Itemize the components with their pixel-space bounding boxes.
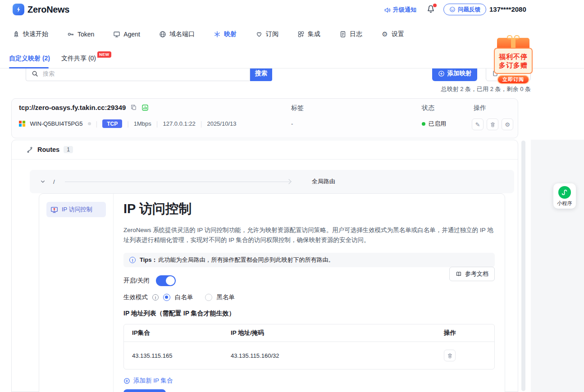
routes-header: Routes 1 [12, 140, 518, 160]
smiley-icon [449, 6, 456, 13]
routes-title: Routes [37, 146, 59, 153]
agent-name: WIN-Q5BUI4T5PG5 [30, 120, 83, 127]
menu-item-ip-access-control[interactable]: IP 访问控制 [46, 202, 106, 217]
notifications-bell-button[interactable] [426, 5, 436, 14]
tips-banner: ! Tips：此功能为全局路由，所有操作配置都会同步到此映射下的所有路由。 [123, 253, 495, 267]
nav-item-mapping[interactable]: 映射 [214, 30, 237, 38]
mapping-actions: ✎ ⚙ [472, 119, 513, 130]
gear-icon: ⚙ [505, 121, 510, 128]
nav-label: Token [78, 31, 94, 38]
status-value: 已启用 [422, 120, 446, 128]
ip-access-toggle[interactable] [156, 275, 176, 286]
panel-description: ZeroNews 系统提供灵活的 IP 访问控制功能，允许为映射资源配置访问策略… [123, 225, 495, 245]
subscribe-now-button[interactable]: 立即订阅 [497, 75, 529, 84]
nav-label: 映射 [224, 30, 237, 38]
nav-item-integration[interactable]: 集成 [297, 30, 320, 38]
gift-bow-icon [507, 35, 512, 39]
tab-file-share-label: 文件共享 (0) [61, 55, 96, 63]
add-ip-set-link[interactable]: 添加新 IP 集合 [123, 377, 173, 385]
upgrade-notice-button[interactable]: 升级通知 [384, 6, 416, 14]
route-config-menu: IP 访问控制 [39, 194, 114, 392]
routes-card: Routes 1 / 全局路由 IP 访问控制 IP 访问控制 ZeroNews… [11, 140, 518, 392]
mapping-info-row: WIN-Q5BUI4T5PG5 | TCP | 1Mbps | 127.0.0.… [19, 119, 237, 128]
nav-label: 域名端口 [169, 30, 195, 38]
monitor-icon [113, 31, 120, 38]
mapping-card: tcp://zero-oasys.fy.takin.cc:29349 标签 状态… [11, 98, 518, 138]
nav-label: 订阅 [266, 30, 278, 38]
route-path: / [53, 178, 55, 185]
radio-whitelist[interactable] [163, 294, 170, 301]
upgrade-notice-label: 升级通知 [393, 6, 416, 14]
route-collapse-bar[interactable]: / 全局路由 [30, 170, 514, 193]
feedback-button[interactable]: 问题反馈 [443, 4, 486, 15]
new-badge: NEW [97, 51, 111, 58]
tab-file-share[interactable]: 文件共享 (0) NEW [61, 49, 111, 68]
subscription-promo[interactable]: 福利不停 多订多赠 立即订阅 [494, 38, 533, 84]
tag-column-header: 标签 [291, 104, 304, 112]
add-mapping-label: 添加映射 [447, 69, 472, 77]
hub-icon [214, 31, 221, 38]
nav-item-agent[interactable]: Agent [113, 31, 140, 38]
reference-doc-button[interactable]: 参考文档 [449, 267, 495, 281]
trash-icon [447, 353, 453, 359]
account-phone[interactable]: 137****2080 [489, 5, 526, 13]
route-arrow [65, 182, 290, 182]
protocol-badge: TCP [102, 119, 122, 128]
status-enabled-dot [422, 122, 425, 126]
chevron-down-icon [40, 178, 46, 185]
col-actions: 操作 [444, 329, 494, 337]
save-button-partially-visible[interactable] [123, 389, 166, 392]
promo-text-panel: 福利不停 多订多赠 [494, 48, 533, 74]
copy-icon[interactable] [130, 104, 137, 111]
nav-item-logs[interactable]: 日志 [339, 30, 362, 38]
search-input[interactable] [42, 70, 250, 77]
plus-circle-icon [438, 70, 445, 77]
nav-item-quick-start[interactable]: 快速开始 [13, 30, 48, 38]
mini-program-label: 小程序 [557, 200, 572, 207]
nav-label: 集成 [308, 30, 320, 38]
status-column-header: 状态 [422, 104, 434, 112]
delete-mapping-button[interactable] [487, 119, 498, 130]
promo-line2: 多订多赠 [499, 61, 528, 69]
nav-item-settings[interactable]: ⚙ 设置 [381, 30, 404, 38]
routes-count-badge: 1 [64, 146, 73, 153]
page: ZeroNews 升级通知 问题反馈 137****2080 快速开始 Toke… [0, 0, 584, 392]
tab-custom-mapping[interactable]: 自定义映射 (2) [9, 49, 50, 68]
actions-column-header: 操作 [474, 104, 486, 112]
speaker-icon [384, 7, 391, 14]
mapping-settings-button[interactable]: ⚙ [502, 119, 513, 130]
globe-icon [159, 31, 166, 38]
notification-red-dot [433, 4, 437, 7]
tips-body: 此功能为全局路由，所有操作配置都会同步到此映射下的所有路由。 [159, 256, 334, 263]
vertical-scrollbar[interactable] [521, 141, 525, 391]
wechat-mini-program-icon [558, 186, 571, 199]
plus-circle-icon [123, 378, 130, 384]
ip-access-icon [50, 206, 58, 214]
target-address: 127.0.0.1:22 [163, 120, 195, 127]
route-icon [26, 146, 33, 153]
created-date: 2025/10/13 [207, 120, 236, 127]
edit-mapping-button[interactable]: ✎ [472, 119, 484, 130]
nav-item-token[interactable]: Token [67, 31, 94, 38]
zeronews-logo-icon [13, 4, 24, 15]
windows-logo-icon [19, 121, 25, 127]
route-detail-panel: IP 访问控制 IP 访问控制 ZeroNews 系统提供灵活的 IP 访问控制… [39, 193, 505, 392]
traffic-chart-icon[interactable] [141, 104, 149, 111]
ip-table: IP集合 IP 地址/掩码 操作 43.135.115.165 43.135.1… [123, 324, 495, 369]
tips-prefix: Tips： [140, 256, 158, 263]
blacklist-label: 黑名单 [217, 293, 235, 301]
radio-blacklist[interactable] [205, 294, 212, 301]
switch-row: 开启/关闭 [123, 275, 495, 286]
gift-bow-icon [514, 35, 520, 39]
global-route-label: 全局路由 [312, 178, 335, 186]
nav-label: 设置 [392, 30, 404, 38]
add-ip-set-label: 添加新 IP 集合 [133, 377, 173, 385]
trash-icon [490, 122, 496, 128]
mini-program-float-button[interactable]: 小程序 [553, 183, 576, 209]
mode-info-icon: ! [152, 294, 159, 301]
delete-ip-set-button[interactable] [444, 350, 456, 361]
nav-item-domain-port[interactable]: 域名端口 [159, 30, 195, 38]
nav-item-subscription[interactable]: 订阅 [256, 30, 278, 38]
toggle-knob [166, 276, 175, 285]
ip-table-row: 43.135.115.165 43.135.115.160/32 [124, 342, 494, 369]
